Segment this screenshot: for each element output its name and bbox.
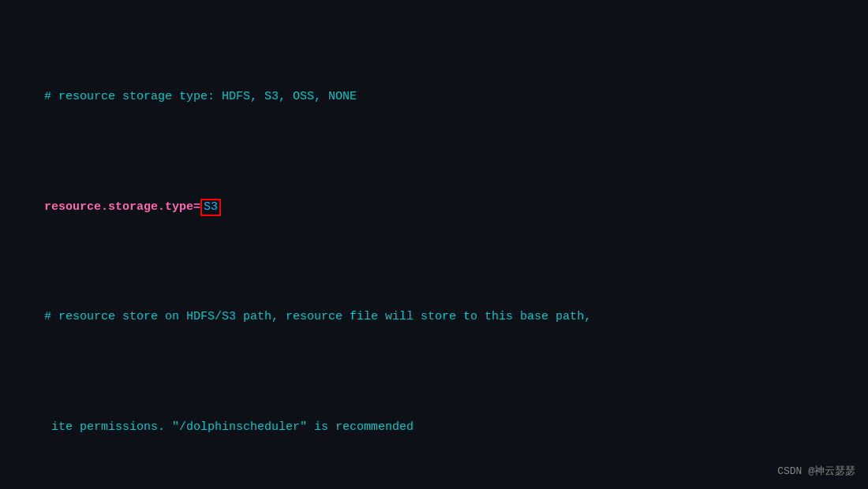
comment-1: # resource storage type: HDFS, S3, OSS, …: [44, 90, 357, 103]
line-1: # resource storage type: HDFS, S3, OSS, …: [16, 69, 852, 125]
line-4: ite permissions. "/dolphinscheduler" is …: [16, 399, 852, 454]
comment-4: ite permissions. "/dolphinscheduler" is …: [44, 420, 413, 434]
line-3: # resource store on HDFS/S3 path, resour…: [16, 289, 852, 345]
comment-3: # resource store on HDFS/S3 path, resour…: [44, 310, 591, 323]
watermark: CSDN @神云瑟瑟: [777, 464, 855, 480]
key-storage-type: resource.storage.type: [44, 200, 193, 214]
highlight-storage-type: S3: [200, 199, 221, 216]
line-2: resource.storage.type=S3: [16, 179, 852, 234]
code-block: # resource storage type: HDFS, S3, OSS, …: [0, 0, 868, 489]
